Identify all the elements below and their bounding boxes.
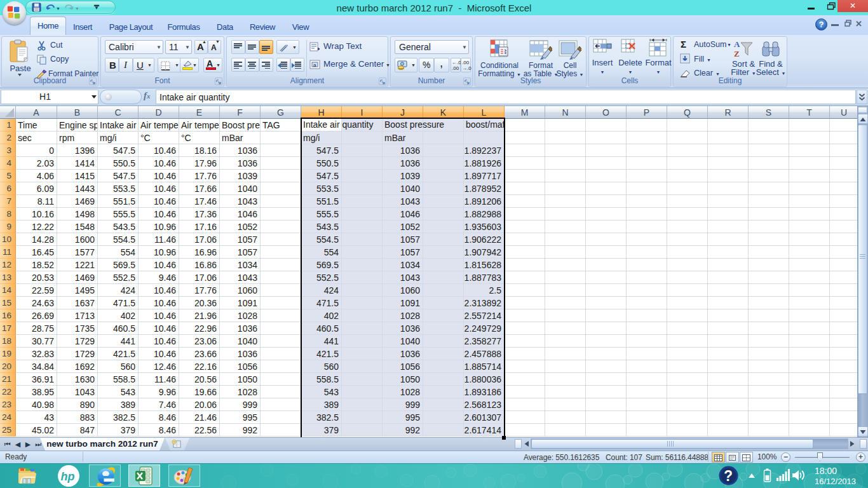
svg-text:A: A — [734, 39, 740, 49]
svg-text:a: a — [313, 62, 316, 68]
svg-text:?: ? — [724, 468, 733, 484]
svg-text:Z: Z — [734, 49, 740, 58]
svg-text:hp: hp — [61, 470, 75, 483]
